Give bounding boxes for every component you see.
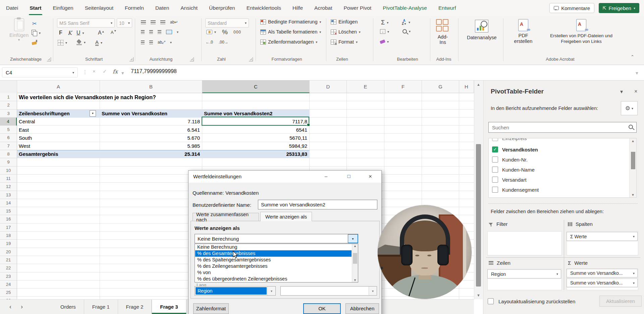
option-keine-berechnung[interactable]: Keine Berechnung (195, 244, 352, 250)
tools-button[interactable]: ⚙ ▾ (621, 101, 638, 115)
scroll-thumb[interactable] (631, 152, 635, 169)
field-list[interactable]: Einzelpreis ✓ Versandkosten Kunden-Nr. K… (488, 138, 637, 198)
ok-button[interactable]: OK (303, 303, 341, 314)
dialog-titlebar[interactable]: Wertfeldeinstellungen – □ × (189, 171, 381, 183)
cell-a6[interactable]: South (19, 134, 32, 142)
close-icon[interactable]: × (634, 88, 637, 95)
scroll-down-icon[interactable]: ▼ (354, 278, 357, 282)
cell-c6[interactable]: 5670,11 (203, 134, 307, 142)
field-item-kunden-name[interactable]: Kunden-Name (492, 165, 535, 174)
cell-b3-header[interactable]: Summe von Versandkosten (102, 110, 167, 118)
insert-function-button[interactable]: fx (113, 68, 118, 75)
tab-seitenlayout[interactable]: Seitenlayout (84, 1, 114, 15)
chevron-down-icon[interactable]: ▾ (620, 88, 623, 95)
alignment-dialog-launcher[interactable] (190, 57, 194, 61)
copy-button[interactable]: ▾ (32, 30, 41, 36)
tab-power-pivot[interactable]: Power Pivot (343, 1, 372, 15)
sheet-tab-frage2[interactable]: Frage 2 (118, 300, 152, 314)
font-dialog-launcher[interactable] (129, 57, 133, 61)
cancel-button[interactable]: Abbrechen (345, 303, 379, 314)
option-prozent-von[interactable]: % von (195, 269, 352, 276)
expand-formula-bar-icon[interactable]: ▾ (636, 70, 638, 76)
scroll-down-icon[interactable]: ▼ (631, 193, 635, 197)
cell-a7[interactable]: West (19, 142, 30, 150)
values-item-1[interactable]: Summe von Versandko... ▾ (567, 269, 638, 277)
paste-button[interactable]: Einfügen ▾ (9, 18, 29, 42)
tab-pivottable-analyse[interactable]: PivotTable-Analyse (382, 1, 428, 15)
cell-a1-title[interactable]: Wie verteilen sich die Versandkosten je … (19, 93, 156, 102)
cell-b8-total[interactable]: 25.314 (101, 150, 200, 158)
number-format-button[interactable]: Zahlenformat (193, 303, 229, 314)
cell-c7[interactable]: 5984,92 (203, 142, 307, 150)
fill-color-button[interactable]: ▾ (76, 40, 86, 45)
conditional-formatting-button[interactable]: Bedingte Formatierung▾ (260, 19, 321, 24)
checkbox-icon[interactable] (488, 298, 494, 304)
scroll-down-icon[interactable]: ▼ (477, 293, 480, 297)
font-color-button[interactable]: A▾ (95, 39, 102, 46)
close-icon[interactable]: × (367, 173, 374, 180)
tab-daten[interactable]: Daten (155, 1, 170, 15)
option-spaltengesamt[interactable]: % des Spaltengesamtergebnisses (195, 257, 352, 263)
cell-b5[interactable]: 6.541 (101, 126, 200, 134)
percent-style-button[interactable]: % (222, 28, 228, 36)
tab-hilfe[interactable]: Hilfe (292, 1, 304, 15)
base-item-combo[interactable]: ▾ (280, 286, 377, 296)
sort-filter-button[interactable]: AZ▼ ▾ (402, 19, 410, 25)
create-share-pdf-button[interactable]: Erstellen von PDF-Dateien und Freigeben … (546, 19, 616, 44)
comments-button[interactable]: Kommentare (549, 3, 594, 13)
vertical-scroll-thumb[interactable] (476, 144, 481, 287)
minimize-icon[interactable]: – (323, 173, 329, 179)
decrease-decimal-button[interactable]: .00→ (219, 40, 228, 45)
sheet-tab-frage3[interactable]: Frage 3 (152, 300, 186, 314)
tab-ueberpruefen[interactable]: Überprüfen (208, 1, 236, 15)
name-box[interactable]: C4 ▾ (2, 67, 78, 77)
bold-button[interactable]: F (59, 30, 62, 36)
cancel-entry-button[interactable]: × (93, 68, 96, 74)
autosum-button[interactable]: Σ▾ (381, 19, 388, 26)
rows-item-region[interactable]: Region ▾ (487, 269, 561, 278)
option-gesamtergebnis[interactable]: % des Gesamtergebnisses (195, 250, 352, 257)
cell-b6[interactable]: 5.670 (101, 134, 200, 142)
increase-decimal-button[interactable]: ←.0 (206, 40, 213, 45)
columns-item-werte[interactable]: Σ Werte ▾ (567, 232, 638, 241)
cell-a3-header[interactable]: Zeilenbeschriftungen (19, 110, 70, 118)
field-list-scrollbar[interactable]: ▲ ▼ (629, 138, 636, 197)
tab-summarize-values[interactable]: Werte zusammenfassen nach (193, 213, 259, 221)
borders-button[interactable]: ▾ (58, 40, 67, 46)
cell-c8-total[interactable]: 25313,83 (203, 150, 307, 158)
cell-styles-button[interactable]: Zellenformatvorlagen▾ (260, 39, 317, 45)
checkbox-icon[interactable] (492, 138, 498, 141)
find-select-button[interactable]: ▾ (402, 29, 411, 34)
defer-layout-update[interactable]: Layoutaktualisierung zurückstellen (488, 298, 575, 304)
insert-cells-button[interactable]: Einfügen (331, 19, 358, 24)
checkbox-icon[interactable] (492, 167, 498, 173)
number-dialog-launcher[interactable] (249, 57, 253, 61)
tab-acrobat[interactable]: Acrobat (314, 1, 333, 15)
combo-dropdown-button[interactable]: ▾ (348, 234, 358, 243)
col-header-c[interactable]: C (202, 80, 310, 93)
calculation-combobox[interactable]: Keine Berechnung ▾ (195, 234, 358, 243)
row-labels-filter-button[interactable]: ▼ (90, 110, 96, 117)
filter-dropzone[interactable] (487, 231, 562, 255)
vertical-scrollbar[interactable]: ▲ ▼ (474, 80, 483, 299)
accounting-format-button[interactable]: ▾ (206, 30, 216, 34)
delete-cells-button[interactable]: Löschen▾ (331, 29, 361, 35)
tab-formeln[interactable]: Formeln (124, 1, 145, 15)
select-all-corner[interactable] (0, 80, 17, 93)
format-painter-button[interactable] (32, 40, 37, 45)
base-field-combo[interactable]: Region ▾ (195, 286, 276, 296)
comma-style-button[interactable]: 000 (233, 30, 241, 35)
tab-einfuegen[interactable]: Einfügen (52, 1, 74, 15)
option-zeilengesamt[interactable]: % des Zeilengesamtergebnisses (195, 263, 352, 269)
scroll-up-icon[interactable]: ▲ (631, 139, 635, 143)
cell-a4[interactable]: Central (19, 118, 35, 126)
vertical-align-buttons[interactable]: ab↵ (141, 20, 178, 24)
underline-button[interactable]: U▾ (76, 30, 84, 36)
checked-checkbox-icon[interactable]: ✓ (492, 146, 498, 152)
col-header-g[interactable]: G (422, 80, 459, 93)
font-name-combo[interactable]: MS Sans Serif▾ (57, 18, 115, 27)
clipboard-dialog-launcher[interactable] (47, 57, 51, 61)
format-as-table-button[interactable]: Als Tabelle formatieren▾ (260, 29, 321, 35)
maximize-icon[interactable]: □ (345, 173, 352, 179)
calculation-dropdown-list[interactable]: Keine Berechnung % des Gesamtergebnisses… (195, 244, 358, 282)
